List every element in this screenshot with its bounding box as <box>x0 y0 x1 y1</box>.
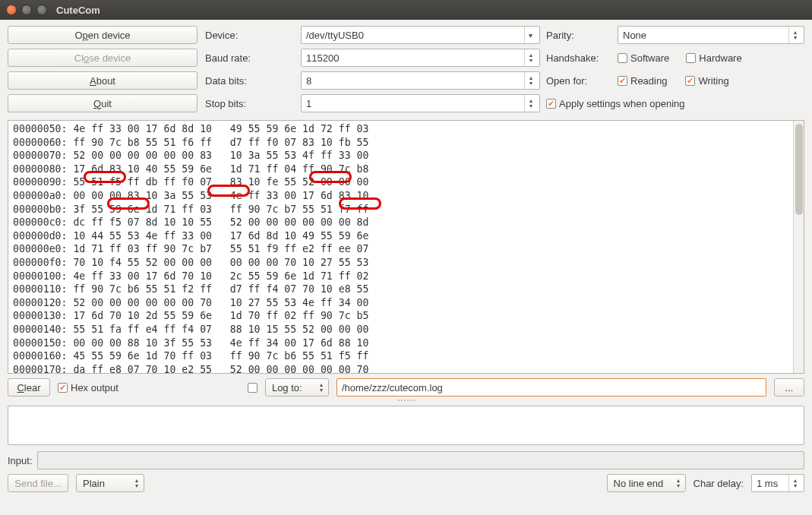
log-path-value: /home/zzz/cutecom.log <box>342 382 443 393</box>
handshake-label: Handshake: <box>546 52 611 64</box>
software-checkbox[interactable]: Software <box>618 52 669 64</box>
quit-button[interactable]: Quit <box>8 94 197 112</box>
spin-arrows-icon[interactable]: ▴▾ <box>524 95 536 112</box>
writing-checkbox[interactable]: Writing <box>685 75 728 87</box>
browse-button[interactable]: ... <box>774 378 804 397</box>
history-box[interactable] <box>8 406 804 445</box>
hex-output-checkbox[interactable]: Hex output <box>58 382 118 393</box>
log-enable-checkbox[interactable] <box>248 383 258 393</box>
parity-label: Parity: <box>546 30 611 41</box>
about-button[interactable]: About <box>8 71 197 90</box>
line-end-combo[interactable]: No line end ▴▾ <box>607 474 686 492</box>
logto-combo[interactable]: Log to: ▴▾ <box>265 378 329 397</box>
char-delay-label: Char delay: <box>694 478 744 489</box>
baud-label: Baud rate: <box>204 52 295 64</box>
log-path-input[interactable]: /home/zzz/cutecom.log <box>336 378 766 397</box>
clear-button[interactable]: Clear <box>8 378 50 397</box>
send-file-button[interactable]: Send file... <box>8 474 68 492</box>
databits-label: Data bits: <box>204 75 295 87</box>
databits-combo[interactable]: 8 ▴▾ <box>301 71 540 90</box>
send-mode-combo[interactable]: Plain ▴▾ <box>76 474 144 492</box>
scrollbar-vertical[interactable] <box>793 121 804 373</box>
baud-combo[interactable]: 115200 ▴▾ <box>301 49 540 67</box>
databits-value: 8 <box>306 75 311 87</box>
input-field[interactable] <box>37 451 804 469</box>
stopbits-label: Stop bits: <box>204 98 295 109</box>
apply-checkbox[interactable]: Apply settings when opening <box>546 98 685 109</box>
spin-arrows-icon[interactable]: ▴▾ <box>524 72 536 89</box>
hardware-checkbox[interactable]: Hardware <box>686 52 741 64</box>
device-label: Device: <box>204 30 295 41</box>
spin-arrows-icon: ▴▾ <box>316 382 327 393</box>
parity-combo[interactable]: None ▴▾ <box>618 26 804 44</box>
close-device-button[interactable]: Close device <box>8 49 197 67</box>
maximize-icon[interactable] <box>36 5 47 15</box>
spin-arrows-icon: ▴▾ <box>673 478 684 488</box>
spin-arrows-icon[interactable]: ▴▾ <box>788 475 801 491</box>
reading-checkbox[interactable]: Reading <box>618 75 667 87</box>
stopbits-combo[interactable]: 1 ▴▾ <box>301 94 540 112</box>
open-device-button[interactable]: Open device <box>8 26 197 44</box>
spin-arrows-icon: ▴▾ <box>131 478 142 488</box>
scrollbar-thumb[interactable] <box>795 124 803 215</box>
spin-arrows-icon[interactable]: ▴▾ <box>788 27 801 43</box>
window-title: CuteCom <box>56 5 100 16</box>
settings-grid: Open device Device: /dev/ttyUSB0 ▾ Parit… <box>8 26 804 112</box>
device-combo[interactable]: /dev/ttyUSB0 ▾ <box>301 26 540 44</box>
char-delay-input[interactable]: 1 ms ▴▾ <box>751 474 804 492</box>
chevron-down-icon[interactable]: ▾ <box>524 27 536 43</box>
hexdump-text: 00000050: 4e ff 33 00 17 6d 8d 10 49 55 … <box>8 121 804 374</box>
titlebar: CuteCom <box>0 0 812 20</box>
device-value: /dev/ttyUSB0 <box>306 30 364 41</box>
spin-arrows-icon[interactable]: ▴▾ <box>524 49 536 66</box>
hexdump-area: 00000050: 4e ff 33 00 17 6d 8d 10 49 55 … <box>8 120 804 374</box>
input-label: Input: <box>8 455 33 466</box>
baud-value: 115200 <box>306 52 339 64</box>
close-icon[interactable] <box>6 5 17 15</box>
parity-value: None <box>623 30 646 41</box>
splitter-grip[interactable] <box>391 400 422 404</box>
stopbits-value: 1 <box>306 98 311 109</box>
openfor-label: Open for: <box>546 75 611 87</box>
minimize-icon[interactable] <box>21 5 32 15</box>
